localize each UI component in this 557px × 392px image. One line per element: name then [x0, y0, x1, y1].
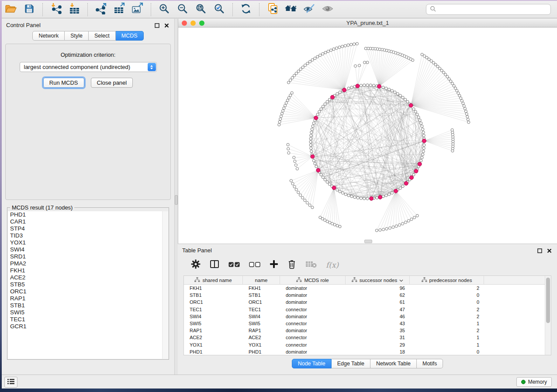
zoom-out-button[interactable] — [175, 2, 190, 17]
control-panel: Control Panel Network Style Select MCDS … — [2, 19, 175, 375]
select-all-button[interactable] — [228, 261, 240, 269]
mcds-result-item[interactable]: SWI4 — [8, 246, 168, 253]
deselect-all-button[interactable] — [249, 261, 260, 269]
float-table-panel-icon[interactable] — [537, 247, 542, 255]
cell-successor-nodes: 61 — [346, 299, 410, 305]
column-header-MCDS-role[interactable]: MCDS role — [280, 276, 346, 284]
network-graph[interactable] — [178, 28, 557, 244]
network-window-title: YPA_prune.txt_1 — [178, 20, 557, 26]
table-row[interactable]: YOX1YOX1connector291 — [184, 341, 545, 348]
mcds-result-item[interactable]: GCR1 — [8, 323, 168, 330]
table-settings-button[interactable] — [191, 259, 201, 271]
toolbar-separator — [42, 3, 43, 16]
tab-style[interactable]: Style — [65, 31, 89, 41]
checked-boxes-icon — [228, 261, 240, 269]
import-network-button[interactable] — [48, 2, 63, 17]
node-table: shared namenameMCDS rolesuccessor nodesp… — [183, 275, 551, 355]
export-image-button[interactable] — [130, 2, 145, 17]
mcds-result-item[interactable]: CAR1 — [8, 218, 168, 225]
table-row[interactable]: FKH1FKH1dominator962 — [184, 285, 545, 292]
refresh-view-button[interactable] — [239, 2, 253, 17]
tab-select[interactable]: Select — [89, 31, 116, 41]
search-field[interactable] — [426, 4, 551, 15]
mcds-result-item[interactable]: PMA2 — [8, 260, 168, 267]
cell-name: SWI4 — [243, 314, 280, 319]
float-panel-icon[interactable] — [155, 22, 159, 30]
memory-button[interactable]: Memory — [516, 377, 552, 387]
mcds-result-item[interactable]: ORC1 — [8, 288, 168, 295]
splitter-grip[interactable] — [175, 195, 178, 205]
close-panel-icon[interactable] — [164, 22, 169, 30]
run-mcds-button[interactable]: Run MCDS — [43, 78, 84, 88]
save-session-button[interactable] — [22, 2, 37, 17]
show-columns-button[interactable] — [210, 260, 219, 270]
show-all-button[interactable] — [320, 2, 335, 17]
mcds-result-item[interactable]: RAP1 — [8, 295, 168, 302]
add-row-button[interactable] — [270, 260, 278, 270]
mcds-result-item[interactable]: SWI5 — [8, 309, 168, 316]
panel-splitter[interactable] — [175, 19, 178, 375]
import-network-icon — [50, 3, 62, 16]
horizontal-splitter-grip[interactable] — [364, 240, 372, 243]
delete-row-button[interactable] — [287, 259, 296, 271]
mcds-result-item[interactable]: TID3 — [8, 232, 168, 239]
zoom-fit-icon — [195, 3, 207, 16]
column-header-successor-nodes[interactable]: successor nodes — [346, 276, 410, 284]
zoom-in-button[interactable] — [157, 2, 172, 17]
network-canvas[interactable] — [178, 28, 557, 244]
open-file-button[interactable] — [3, 2, 18, 17]
network-window-titlebar[interactable]: YPA_prune.txt_1 — [178, 19, 557, 28]
mcds-result-list[interactable]: PHD1CAR1STP4TID3YOX1SWI4SRD1PMA2FKH1ACE2… — [8, 211, 168, 359]
task-history-button[interactable] — [4, 377, 17, 388]
zoom-fit-button[interactable] — [194, 2, 208, 17]
tab-node-table[interactable]: Node Table — [292, 359, 332, 368]
column-header-predecessor-nodes[interactable]: predecessor nodes — [410, 276, 484, 284]
table-row[interactable]: TEC1TEC1connector472 — [184, 306, 545, 313]
close-panel-button[interactable]: Close panel — [91, 78, 133, 88]
table-row[interactable]: ACE2ACE2connector311 — [184, 334, 545, 341]
search-input[interactable] — [439, 6, 547, 13]
mcds-result-item[interactable]: PHD1 — [8, 211, 168, 218]
optimization-criterion-dropdown[interactable]: largest connected component (undirected) — [20, 62, 157, 72]
node-tree-icon — [194, 277, 200, 283]
column-header-filler — [484, 276, 545, 284]
mcds-result-item[interactable]: ACE2 — [8, 274, 168, 281]
tab-edge-table[interactable]: Edge Table — [332, 359, 370, 368]
delete-table-icon — [305, 260, 317, 270]
home-galleries-button[interactable] — [284, 2, 298, 17]
table-row[interactable]: STB1STB1dominator620 — [184, 292, 545, 299]
mcds-result-item[interactable]: STP4 — [8, 225, 168, 232]
cell-name: YOX1 — [243, 342, 280, 347]
column-header-shared-name[interactable]: shared name — [184, 276, 243, 284]
table-scrollbar[interactable] — [545, 276, 551, 355]
mcds-result-item[interactable]: STB5 — [8, 281, 168, 288]
table-row[interactable]: RAP1RAP1dominator352 — [184, 327, 545, 334]
mcds-result-item[interactable]: SRD1 — [8, 253, 168, 260]
table-row[interactable]: PHD1PHD1dominator180 — [184, 348, 545, 355]
table-scrollbar-thumb[interactable] — [546, 278, 550, 323]
table-row[interactable]: ORC1ORC1dominator610 — [184, 299, 545, 306]
import-table-button[interactable] — [67, 2, 82, 17]
refresh-icon — [240, 3, 252, 16]
tab-network[interactable]: Network — [32, 31, 65, 41]
table-row[interactable]: SWI5SWI5connector431 — [184, 320, 545, 327]
export-network-button[interactable] — [93, 2, 108, 17]
columns-icon — [210, 260, 219, 270]
mcds-result-item[interactable]: FKH1 — [8, 267, 168, 274]
tab-motifs[interactable]: Motifs — [417, 359, 443, 368]
tab-network-table[interactable]: Network Table — [370, 359, 417, 368]
hide-selected-button[interactable] — [302, 2, 317, 17]
zoom-selected-button[interactable] — [212, 2, 227, 17]
mcds-result-item[interactable]: TEC1 — [8, 316, 168, 323]
tab-mcds[interactable]: MCDS — [116, 31, 144, 41]
column-header-name[interactable]: name — [243, 276, 280, 284]
export-table-button[interactable] — [112, 2, 127, 17]
mcds-result-item[interactable]: YOX1 — [8, 239, 168, 246]
export-network-icon — [95, 3, 107, 16]
control-panel-tabs: Network Style Select MCDS — [2, 31, 174, 41]
mcds-list-scrollbar[interactable] — [162, 211, 168, 359]
copy-network-view-button[interactable] — [265, 2, 280, 17]
close-table-panel-icon[interactable] — [547, 247, 552, 255]
mcds-result-item[interactable]: STB1 — [8, 302, 168, 309]
table-row[interactable]: SWI4SWI4dominator462 — [184, 313, 545, 320]
